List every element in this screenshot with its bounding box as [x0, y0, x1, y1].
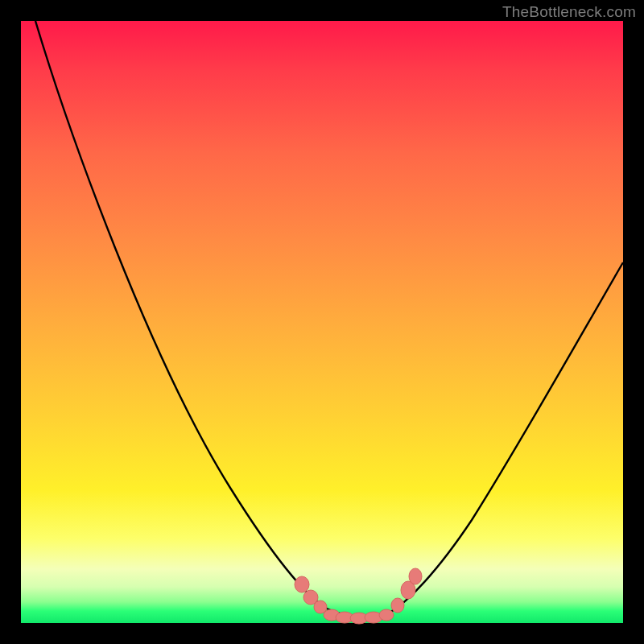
plot-area: [21, 21, 623, 623]
svg-point-8: [391, 598, 404, 613]
curve-right-branch: [385, 262, 623, 615]
svg-point-10: [409, 568, 422, 584]
trough-markers: [295, 568, 422, 624]
svg-point-7: [379, 609, 394, 621]
bottleneck-curve: [21, 21, 623, 623]
chart-frame: TheBottleneck.com: [0, 0, 644, 644]
watermark-label: TheBottleneck.com: [502, 3, 636, 21]
svg-point-0: [295, 576, 309, 592]
curve-left-branch: [35, 21, 327, 609]
